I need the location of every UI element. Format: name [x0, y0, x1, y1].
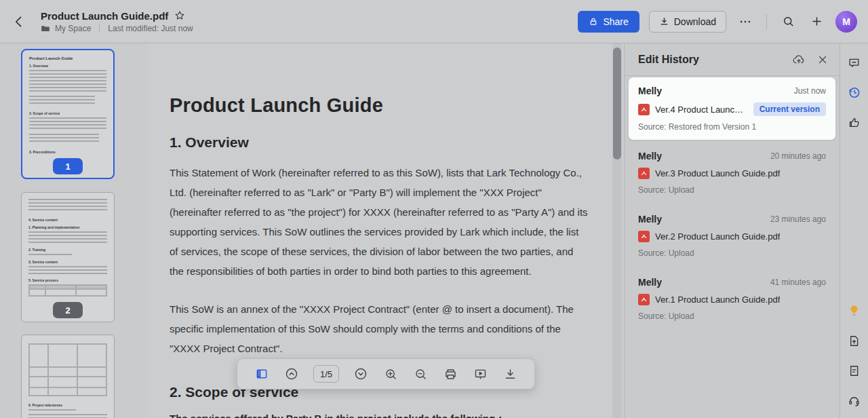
overview-paragraph-1: This Statement of Work (hereinafter refe… — [170, 163, 589, 281]
download-label: Download — [674, 16, 716, 27]
more-menu-button[interactable] — [736, 12, 755, 31]
cloud-upload-icon — [792, 53, 806, 66]
zoom-in-icon — [384, 367, 398, 381]
edit-history-title: Edit History — [638, 54, 792, 66]
presentation-icon — [473, 367, 488, 381]
like-button[interactable] — [846, 114, 863, 130]
history-entry-ver3[interactable]: Melly 20 minutes ago Ver.3 Product Launc… — [629, 142, 835, 203]
comment-icon — [848, 56, 861, 69]
download-button[interactable]: Download — [649, 11, 726, 33]
chevron-up-circle-icon — [284, 366, 299, 381]
right-rail — [840, 43, 868, 418]
thumb1-title: Product Launch Guide — [29, 56, 106, 60]
entry-version-name: Ver.2 Product Launch Guide.pdf — [655, 231, 780, 242]
toggle-thumbnails-button[interactable] — [254, 366, 270, 382]
pdf-viewer: Product Launch Guide 1. Overview This St… — [148, 43, 624, 418]
download-icon — [659, 16, 669, 26]
thumb-text-lines — [28, 409, 76, 411]
entry-time: 23 minutes ago — [770, 214, 826, 224]
thumb-mini-table — [28, 343, 107, 396]
help-support-button[interactable] — [846, 392, 863, 408]
overview-paragraph-2: This SoW is an annex of the "XXXX Projec… — [170, 299, 589, 358]
export-document-button[interactable] — [846, 332, 863, 349]
history-entry-ver4[interactable]: Melly Just now Ver.4 Product Launch Guid… — [629, 77, 835, 140]
thumb2-h1: 4. Service content — [28, 218, 107, 222]
zoom-out-button[interactable] — [412, 366, 429, 382]
page-indicator[interactable]: 1/5 — [313, 365, 339, 383]
zoom-out-icon — [414, 367, 428, 381]
entry-version-name: Ver.4 Product Launch Guide.pdf — [655, 104, 748, 115]
avatar[interactable]: M — [835, 11, 857, 33]
search-button[interactable] — [778, 12, 797, 31]
current-version-badge: Current version — [753, 102, 826, 116]
page-thumbnail-3[interactable]: 6. Project milestones — [21, 335, 115, 418]
history-entry-ver1[interactable]: Melly 41 minutes ago Ver.1 Product Launc… — [629, 269, 835, 329]
folder-icon — [41, 24, 50, 33]
breadcrumb-divider — [99, 24, 100, 33]
comments-button[interactable] — [846, 54, 863, 71]
thumb3-h1: 6. Project milestones — [28, 403, 107, 407]
services-intro: The services offered by Party B in this … — [170, 413, 589, 418]
thumbnail-sidebar: Product Launch Guide 1. Overview 2. Scop… — [0, 43, 148, 418]
share-label: Share — [603, 16, 628, 27]
section-1-heading: 1. Overview — [170, 134, 624, 151]
page-thumbnail-1[interactable]: Product Launch Guide 1. Overview 2. Scop… — [21, 49, 115, 179]
page-thumbnail-2[interactable]: 4. Service content 1. Planning and imple… — [21, 192, 115, 322]
thumb1-h1: 1. Overview — [29, 64, 106, 68]
document-scrollbar[interactable] — [612, 43, 622, 418]
entry-source: Source: Upload — [638, 185, 826, 195]
back-button[interactable] — [9, 12, 28, 31]
viewer-toolbar: 1/5 — [237, 358, 535, 390]
back-chevron-icon — [12, 15, 26, 28]
file-lines-icon — [848, 364, 861, 377]
thumb-text-lines — [28, 254, 72, 256]
thumbs-up-icon — [848, 116, 861, 129]
pdf-file-icon — [638, 294, 650, 305]
plus-icon — [810, 15, 823, 28]
next-page-button[interactable] — [353, 366, 369, 382]
zoom-in-button[interactable] — [382, 366, 399, 382]
print-button[interactable] — [442, 366, 458, 382]
entry-author: Melly — [638, 277, 662, 288]
headset-icon — [848, 394, 861, 407]
edit-history-panel: Edit History Melly Just now — [624, 43, 840, 418]
previous-page-button[interactable] — [283, 366, 300, 382]
entry-source: Source: Upload — [638, 311, 826, 321]
entry-time: 41 minutes ago — [770, 278, 826, 287]
scrollbar-thumb[interactable] — [613, 48, 621, 159]
entry-version-name: Ver.1 Product Launch Guide.pdf — [655, 294, 780, 305]
sidebar-toggle-icon — [255, 367, 269, 381]
entry-time: 20 minutes ago — [770, 151, 826, 161]
entry-source: Source: Restored from Version 1 — [638, 122, 826, 132]
upload-new-version-button[interactable] — [792, 53, 806, 66]
breadcrumb[interactable]: My Space — [55, 24, 91, 33]
thumb-text-lines — [29, 70, 106, 92]
document-info-button[interactable] — [846, 362, 863, 379]
favorite-star-icon[interactable] — [174, 10, 185, 21]
entry-source: Source: Upload — [638, 248, 826, 258]
new-document-button[interactable] — [807, 12, 826, 31]
lightbulb-icon — [848, 304, 861, 317]
ellipsis-icon — [738, 15, 752, 28]
present-button[interactable] — [472, 366, 488, 382]
close-panel-button[interactable] — [816, 54, 829, 66]
download-file-button[interactable] — [502, 366, 518, 382]
history-entry-ver2[interactable]: Melly 23 minutes ago Ver.2 Product Launc… — [629, 206, 835, 266]
thumb2-h2: 1. Planning and implementation — [28, 225, 107, 229]
version-history-button[interactable] — [846, 84, 863, 100]
thumb-text-lines — [28, 231, 107, 244]
toolbar-divider — [766, 14, 767, 29]
thumb1-h2: 2. Scope of service — [29, 111, 106, 115]
lock-icon — [589, 17, 598, 26]
tips-button[interactable] — [846, 302, 863, 318]
last-modified-text: Last modified: Just now — [108, 24, 193, 33]
entry-author: Melly — [638, 151, 662, 162]
page-number-badge: 1 — [53, 158, 83, 174]
top-bar: Product Launch Guide.pdf My Space Last m… — [0, 0, 868, 43]
pdf-file-icon — [638, 231, 650, 242]
thumb2-h5: 5. Service process — [28, 278, 107, 282]
thumb-text-lines — [29, 96, 95, 105]
entry-author: Melly — [638, 86, 662, 96]
thumb-text-lines — [28, 266, 107, 274]
share-button[interactable]: Share — [578, 11, 639, 33]
